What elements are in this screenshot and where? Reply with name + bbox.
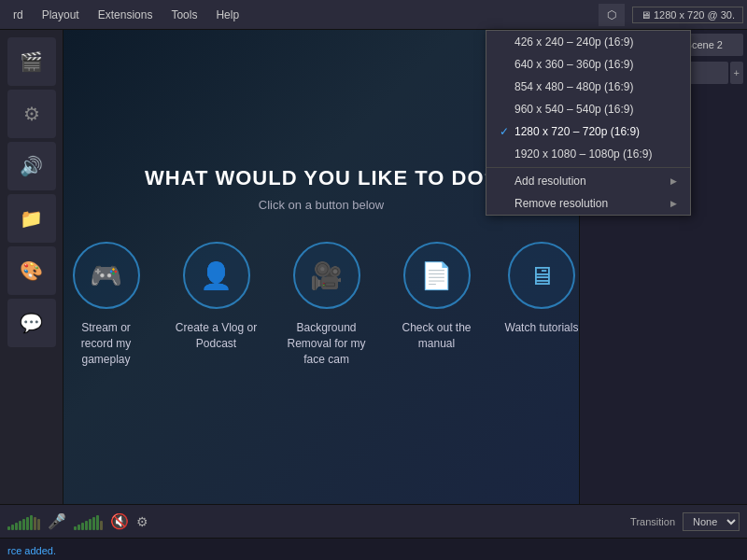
sources-bar: rce added. e here!	[0, 538, 747, 560]
gameplay-label: Stream or record my gameplay	[64, 320, 148, 367]
left-sidebar: 🎬 ⚙ 🔊 📁 🎨 💬	[0, 30, 63, 504]
res-720p-label: 1280 x 720 – 720p (16:9)	[514, 125, 640, 138]
add-resolution-item[interactable]: Add resolution	[486, 170, 690, 192]
share-button[interactable]: ⬡	[599, 4, 625, 26]
bottom-toolbar: 🎤 🔇 ⚙ Transition None	[0, 504, 747, 538]
action-gameplay[interactable]: 🎮 Stream or record my gameplay	[64, 242, 148, 367]
menu-playout[interactable]: Playout	[33, 5, 89, 25]
action-tutorials[interactable]: 🖥 Watch tutorials	[505, 242, 579, 336]
res-540p-label: 960 x 540 – 540p (16:9)	[514, 103, 633, 116]
res-360p[interactable]: 640 x 360 – 360p (16:9)	[486, 53, 690, 76]
transition-select[interactable]: None	[683, 512, 740, 531]
manual-icon: 📄	[403, 242, 471, 309]
res-1080p[interactable]: 1920 x 1080 – 1080p (16:9)	[486, 143, 690, 165]
action-manual[interactable]: 📄 Check out the manual	[395, 242, 479, 352]
resolution-button[interactable]: 🖥 1280 x 720 @ 30.	[632, 7, 743, 23]
action-buttons: 🎮 Stream or record my gameplay 👤 Create …	[64, 242, 579, 367]
scene-add-button[interactable]: +	[730, 62, 743, 84]
res-540p[interactable]: 960 x 540 – 540p (16:9)	[486, 98, 690, 120]
remove-res-spacer	[500, 197, 514, 210]
sidebar-icon-5[interactable]: 🎨	[7, 246, 56, 295]
check-480p	[500, 80, 514, 93]
menu-help[interactable]: Help	[206, 5, 248, 25]
menubar: rd Playout Extensions Tools Help ⬡ 🖥 128…	[0, 0, 747, 30]
dropdown-separator	[486, 167, 690, 168]
speaker-button[interactable]: 🔇	[110, 512, 129, 530]
add-resolution-label: Add resolution	[514, 175, 586, 188]
bgremoval-icon: 🎥	[293, 242, 360, 309]
menu-extensions[interactable]: Extensions	[89, 5, 162, 25]
res-240p-label: 426 x 240 – 240p (16:9)	[514, 35, 633, 49]
action-vlog[interactable]: 👤 Create a Vlog or Podcast	[175, 242, 259, 352]
sidebar-icon-4[interactable]: 📁	[7, 194, 56, 243]
res-360p-label: 640 x 360 – 360p (16:9)	[514, 58, 633, 71]
sidebar-icon-3[interactable]: 🔊	[7, 142, 56, 190]
sidebar-icon-6[interactable]: 💬	[7, 299, 56, 347]
res-1080p-label: 1920 x 1080 – 1080p (16:9)	[514, 147, 652, 161]
res-720p[interactable]: ✓ 1280 x 720 – 720p (16:9)	[486, 120, 690, 143]
menu-rd[interactable]: rd	[4, 5, 33, 25]
sidebar-icon-2[interactable]: ⚙	[7, 90, 56, 138]
action-bgremoval[interactable]: 🎥 Background Removal for my face cam	[285, 242, 369, 367]
main-title: WHAT WOULD YOU LIKE TO DO?	[145, 166, 498, 190]
tutorials-label: Watch tutorials	[505, 320, 579, 336]
subtitle: Click on a button below	[259, 198, 384, 212]
add-res-spacer	[500, 175, 514, 188]
manual-label: Check out the manual	[395, 320, 479, 352]
res-240p[interactable]: 426 x 240 – 240p (16:9)	[486, 31, 690, 53]
vlog-icon: 👤	[183, 242, 250, 309]
res-480p-label: 854 x 480 – 480p (16:9)	[514, 80, 633, 93]
sidebar-icon-1[interactable]: 🎬	[7, 37, 56, 86]
check-360p	[500, 58, 514, 71]
check-240p	[500, 35, 514, 49]
res-480p[interactable]: 854 x 480 – 480p (16:9)	[486, 76, 690, 98]
tutorials-icon: 🖥	[508, 242, 575, 309]
vlog-label: Create a Vlog or Podcast	[175, 320, 259, 352]
mic-button[interactable]: 🎤	[48, 512, 66, 530]
bgremoval-label: Background Removal for my face cam	[285, 320, 369, 367]
check-540p	[500, 103, 514, 116]
audio-settings-button[interactable]: ⚙	[136, 514, 148, 529]
sources-added-text: rce added.	[0, 539, 747, 560]
remove-resolution-item[interactable]: Remove resolution	[486, 192, 690, 215]
transition-label: Transition	[630, 516, 675, 527]
check-720p: ✓	[500, 125, 514, 138]
volume-bar-left	[7, 513, 40, 530]
volume-bar-right	[74, 513, 103, 530]
remove-resolution-label: Remove resolution	[514, 197, 608, 210]
resolution-dropdown: 426 x 240 – 240p (16:9) 640 x 360 – 360p…	[486, 30, 691, 216]
gameplay-icon: 🎮	[73, 242, 140, 309]
check-1080p	[500, 147, 514, 161]
menu-tools[interactable]: Tools	[162, 5, 206, 25]
